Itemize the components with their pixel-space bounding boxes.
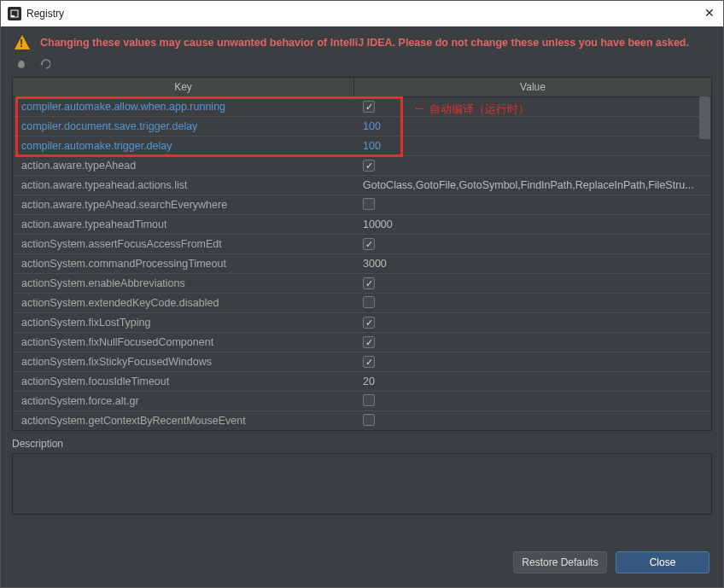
alert-icon xyxy=(15,35,30,49)
table-row[interactable]: actionSystem.enableAbbreviations xyxy=(13,274,711,294)
cell-value[interactable]: 10000 xyxy=(354,218,711,230)
cell-value[interactable] xyxy=(354,238,711,251)
cell-key: actionSystem.assertFocusAccessFromEdt xyxy=(13,238,354,250)
restore-defaults-button[interactable]: Restore Defaults xyxy=(513,551,607,573)
table-row[interactable]: actionSystem.fixStickyFocusedWindows xyxy=(13,352,711,372)
checkbox[interactable] xyxy=(363,160,375,172)
cell-key: actionSystem.commandProcessingTimeout xyxy=(13,258,354,270)
cell-value[interactable] xyxy=(354,296,711,311)
registry-dialog: Registry ✕ Changing these values may cau… xyxy=(0,0,724,588)
description-label: Description xyxy=(12,438,712,450)
table-row[interactable]: compiler.document.save.trigger.delay100 xyxy=(13,117,711,137)
checkbox[interactable] xyxy=(363,277,375,289)
checkbox[interactable] xyxy=(363,394,375,406)
cell-key: actionSystem.enableAbbreviations xyxy=(13,277,354,289)
cell-value[interactable]: 3000 xyxy=(354,258,711,270)
table-header: Key Value xyxy=(13,78,711,97)
cell-value[interactable]: 100 xyxy=(354,140,711,152)
cell-key: compiler.automake.allow.when.app.running xyxy=(13,101,354,113)
checkbox[interactable] xyxy=(363,101,375,113)
checkbox[interactable] xyxy=(363,296,375,308)
table-row[interactable]: actionSystem.fixNullFocusedComponent xyxy=(13,333,711,352)
table-row[interactable]: actionSystem.assertFocusAccessFromEdt xyxy=(13,235,711,254)
table-row[interactable]: action.aware.typeAhead.searchEverywhere xyxy=(13,195,711,215)
table-row[interactable]: action.aware.typeahead.actions.listGotoC… xyxy=(13,176,711,195)
cell-key: action.aware.typeahead.actions.list xyxy=(13,179,354,191)
cell-key: compiler.document.save.trigger.delay xyxy=(13,120,354,132)
cell-key: actionSystem.focusIdleTimeout xyxy=(13,376,354,387)
cell-value[interactable] xyxy=(354,336,711,349)
cell-value[interactable] xyxy=(354,414,711,428)
table-row[interactable]: actionSystem.getContextByRecentMouseEven… xyxy=(13,411,711,430)
column-header-value[interactable]: Value xyxy=(354,78,711,96)
checkbox[interactable] xyxy=(363,336,375,348)
description-box xyxy=(12,453,712,515)
cell-value[interactable]: 20 xyxy=(354,376,711,387)
table-row[interactable]: actionSystem.commandProcessingTimeout300… xyxy=(13,254,711,274)
table-row[interactable]: action.aware.typeAhead xyxy=(13,156,711,176)
checkbox[interactable] xyxy=(363,238,375,250)
checkbox[interactable] xyxy=(363,198,375,210)
cell-value[interactable] xyxy=(354,356,711,369)
dialog-footer: Restore Defaults Close xyxy=(1,515,723,587)
cell-value[interactable]: GotoClass,GotoFile,GotoSymbol,FindInPath… xyxy=(354,179,711,191)
table-row[interactable]: actionSystem.extendedKeyCode.disabled xyxy=(13,294,711,313)
app-icon xyxy=(8,7,21,20)
cell-key: actionSystem.extendedKeyCode.disabled xyxy=(13,297,354,309)
window-title: Registry xyxy=(26,8,64,20)
table-row[interactable]: compiler.automake.allow.when.app.running xyxy=(13,97,711,117)
table-row[interactable]: actionSystem.focusIdleTimeout20 xyxy=(13,372,711,392)
cell-key: compiler.automake.trigger.delay xyxy=(13,140,354,152)
close-icon[interactable]: ✕ xyxy=(704,6,715,20)
warning-banner: Changing these values may cause unwanted… xyxy=(1,26,723,56)
toolbar xyxy=(1,56,723,77)
table-row[interactable]: actionSystem.fixLostTyping xyxy=(13,313,711,333)
cell-key: actionSystem.fixLostTyping xyxy=(13,317,354,329)
cell-key: actionSystem.getContextByRecentMouseEven… xyxy=(13,415,354,427)
checkbox[interactable] xyxy=(363,356,375,368)
table-row[interactable]: action.aware.typeaheadTimout10000 xyxy=(13,215,711,235)
cell-key: actionSystem.fixStickyFocusedWindows xyxy=(13,356,354,368)
registry-table: Key Value compiler.automake.allow.when.a… xyxy=(12,77,712,431)
cell-value[interactable] xyxy=(354,160,711,172)
cell-key: action.aware.typeAhead xyxy=(13,160,354,172)
cell-value[interactable] xyxy=(354,198,711,212)
cell-key: actionSystem.force.alt.gr xyxy=(13,395,354,407)
cell-value[interactable] xyxy=(354,394,711,409)
cell-value[interactable] xyxy=(354,317,711,329)
cell-key: actionSystem.fixNullFocusedComponent xyxy=(13,336,354,348)
table-row[interactable]: actionSystem.force.alt.gr xyxy=(13,392,711,411)
cell-value[interactable]: 100 xyxy=(354,120,711,132)
scrollbar-thumb[interactable] xyxy=(699,96,710,139)
checkbox[interactable] xyxy=(363,414,375,426)
undo-icon[interactable] xyxy=(37,58,50,72)
cell-key: action.aware.typeAhead.searchEverywhere xyxy=(13,199,354,211)
titlebar: Registry ✕ xyxy=(1,1,723,26)
cell-value[interactable] xyxy=(354,101,711,114)
checkbox[interactable] xyxy=(363,317,375,329)
warning-text: Changing these values may cause unwanted… xyxy=(40,37,689,49)
column-header-key[interactable]: Key xyxy=(13,78,354,96)
table-body: compiler.automake.allow.when.app.running… xyxy=(13,97,711,430)
table-row[interactable]: compiler.automake.trigger.delay100 xyxy=(13,137,711,156)
svg-rect-1 xyxy=(11,15,15,17)
bug-icon[interactable] xyxy=(15,58,28,72)
dialog-body: Changing these values may cause unwanted… xyxy=(1,26,723,587)
cell-value[interactable] xyxy=(354,277,711,290)
cell-key: action.aware.typeaheadTimout xyxy=(13,218,354,230)
close-button[interactable]: Close xyxy=(616,551,709,573)
